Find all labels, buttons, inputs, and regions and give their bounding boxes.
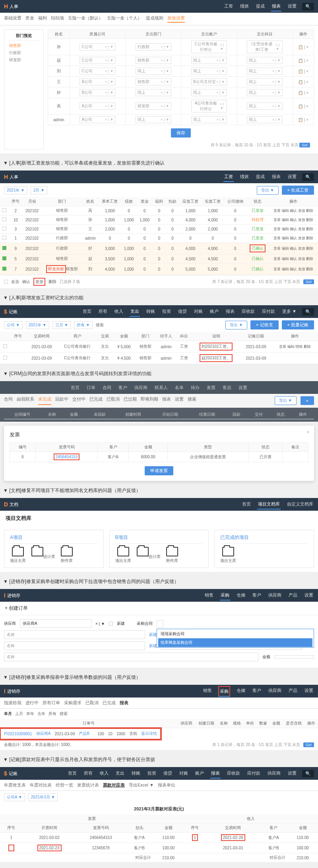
hr-subnav: 基础设置 奖金 福利 扣扣项 五险一金（默认） 五险一金（个人） 提成规则 发放… xyxy=(0,13,318,25)
caption-7: ▼ [记账]票款对应表中只显示当月收入和发票的序号，便于财务区分票据 xyxy=(0,755,318,765)
invoice-number-link[interactable]: 2456454153 xyxy=(54,453,80,460)
po-number-link[interactable]: PI20210309001 xyxy=(4,732,32,736)
search-icon[interactable]: 🔍 xyxy=(302,173,314,181)
caption-2: ▼ [人事]新增发放工资时记支出的功能 xyxy=(0,293,318,303)
hr-topbar: H 人事 工资 绩效 提成 报表 设置 🔍 xyxy=(0,0,318,13)
month-filter[interactable]: 2月 ▼ xyxy=(31,186,47,194)
folder-icon xyxy=(31,547,43,556)
caption-5: ▼ [进销存]修复采购单创建时采购合同下拉选项中包含销售合同的问题（用户反馈） xyxy=(0,577,318,587)
search-icon[interactable]: 🔍 xyxy=(302,308,314,316)
acc2-topbar: $记账 首页所有收入支出转账投资借贷对账账户报表应收款应付款供应商设置 🔍 xyxy=(0,767,318,780)
apply-invoice-button[interactable]: 申请发票 xyxy=(145,466,173,475)
hr-brand: 人事 xyxy=(10,4,18,10)
folder-icon xyxy=(61,547,73,556)
dept-admin[interactable]: 行政部 xyxy=(8,49,40,56)
subnav-report[interactable]: 报表 xyxy=(120,700,128,706)
add-trans-button[interactable]: + 记收支 xyxy=(250,320,278,329)
payout-table: 姓名所属公司支出部门支出账户支出科目操作 孙C公司× | ▼行政部× | ▼C公… xyxy=(48,29,314,125)
po-report-table: 订单号供应商创建日期名称规格单价数量金额是否含税操作 PI20210309001… xyxy=(0,719,318,740)
crm-topbar: 首页订单合同客户供应商联系人名单待办发票售后设置 xyxy=(0,381,318,394)
nav-settings[interactable]: 设置 xyxy=(287,2,297,12)
po2-topbar: I进销存 销售 采购 仓储 客户 供应商 产品 设置 xyxy=(0,685,318,698)
contract-dropdown-menu: 瑶瑶采购合同 悦库网盘采购合同 xyxy=(157,629,314,648)
doc-card: 已完成的项目项目主库 xyxy=(214,530,314,568)
select-all-checkbox[interactable] xyxy=(4,280,8,284)
caption-6: ▼ [进销存]修复采购单报表中显示销售单数据的问题（用户反馈） xyxy=(0,672,318,682)
nav-salary[interactable]: 工资 xyxy=(223,2,234,12)
go-button[interactable]: Go! xyxy=(299,143,310,147)
nav-comm[interactable]: 提成 xyxy=(255,2,266,12)
nav-project-doc[interactable]: 项目文档库 xyxy=(257,500,281,510)
contract-option-1[interactable]: 瑶瑶采购合同 xyxy=(158,630,312,638)
export-button[interactable]: 导出 ▼ xyxy=(225,321,247,329)
generate-salary-button[interactable]: + 生成工资 xyxy=(282,186,314,195)
close-icon[interactable]: × xyxy=(307,430,309,434)
folder-icon xyxy=(166,547,178,556)
subnav-payout-settings[interactable]: 发放设置 xyxy=(167,15,185,23)
batch-add-button[interactable]: + 批量记账 xyxy=(282,320,314,329)
doc-card: B项目项目主库统计库附件库 xyxy=(109,530,209,568)
batch-payout[interactable]: 发放 xyxy=(33,278,45,286)
caption-3: ▼ [CRM]合同的发票列表页面新增点击发票号码跳转到发票详情的功能 xyxy=(0,369,318,379)
contract-option-2[interactable]: 悦库网盘采购合同 xyxy=(158,638,312,647)
go-button[interactable]: Go! xyxy=(303,279,314,284)
dept-sales[interactable]: 销售部 xyxy=(8,42,40,49)
folder-icon xyxy=(222,547,234,556)
dept-rd[interactable]: 研发部 xyxy=(8,56,40,64)
salary-table: 序号月份部门姓名基本工资绩效奖金福利扣款应发工资实发工资公司缴纳状态操作 220… xyxy=(0,197,318,275)
nav-purchase[interactable]: 采购 xyxy=(218,686,230,697)
export-button[interactable]: 导出 ▼ xyxy=(257,186,279,195)
contract-dropdown[interactable] xyxy=(157,620,163,628)
trans-table: 序号交易时间商户交易金额部门经手人科目说明记账日期操作 2021-03-09C公… xyxy=(0,332,318,364)
save-button[interactable]: 保存 xyxy=(171,128,191,138)
dept-sidebar: 部门预览 销售部 行政部 研发部 xyxy=(4,29,44,149)
year-filter[interactable]: 2021年 ▼ xyxy=(4,186,27,194)
nav-salary[interactable]: 工资 xyxy=(223,172,234,182)
hr2-topbar: H人事 工资 绩效 提成 报表 设置 🔍 xyxy=(0,170,318,183)
doc-title: 项目文档库 xyxy=(0,511,318,526)
create-order-title: + 创建订单 xyxy=(0,602,318,615)
invoice-payment-table: 发票收入 序号开票时间发票号码抬头金额序号交易时间客户金额 12021-03-0… xyxy=(0,814,318,862)
invoice-modal: × 发票 编号发票号码客户金额类型状态备注 6 2456454153 客户A 6… xyxy=(4,426,314,481)
doc-topbar: D文档 首页 项目文档库 自定义文档库 xyxy=(0,498,318,511)
search-icon[interactable]: 🔍 xyxy=(302,3,314,10)
acc-topbar: $记账 首页所有收入支出转账投资借贷对账账户报表应收款应付款更多 ▼ 🔍 xyxy=(0,305,318,318)
po-topbar: I进销存 销售采购仓储客户供应商产品设置 xyxy=(0,589,318,602)
search-icon[interactable]: 🔍 xyxy=(302,770,314,777)
folder-icon xyxy=(117,547,129,556)
nav-report[interactable]: 报表 xyxy=(271,2,281,12)
doc-card: A项目项目主库统计库附件库 xyxy=(4,530,104,568)
hr-nav: 工资 绩效 提成 报表 设置 xyxy=(223,2,297,12)
report-title: 2021年3月票款对应表(元) xyxy=(0,804,318,814)
modal-title: 发票 xyxy=(10,431,308,438)
folder-icon xyxy=(137,547,149,556)
supplier-input[interactable]: 供应商A xyxy=(20,619,91,628)
folder-icon xyxy=(12,547,24,556)
caption-4: ▼ [文档]修复不同项目下不能增加同名文档库的问题（用户反馈） xyxy=(0,486,318,496)
caption-1: ▼ [人事]新增工资发放功能，可以单条或者批量发放，发放前需要先进行确认 xyxy=(0,158,318,168)
nav-perf[interactable]: 绩效 xyxy=(239,2,250,12)
